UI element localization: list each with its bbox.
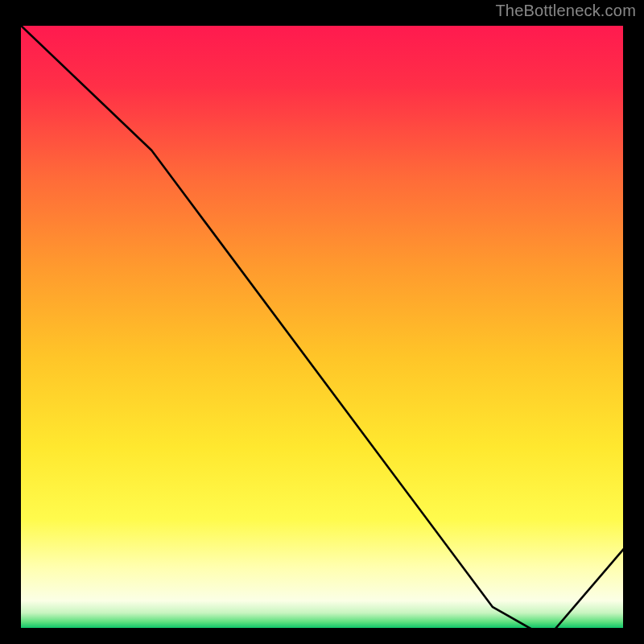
gradient-background [21,26,623,628]
svg-rect-0 [21,26,623,628]
attribution-label: TheBottleneck.com [495,2,636,20]
chart-root: TheBottleneck.com [0,0,644,644]
plot-area [18,23,626,631]
